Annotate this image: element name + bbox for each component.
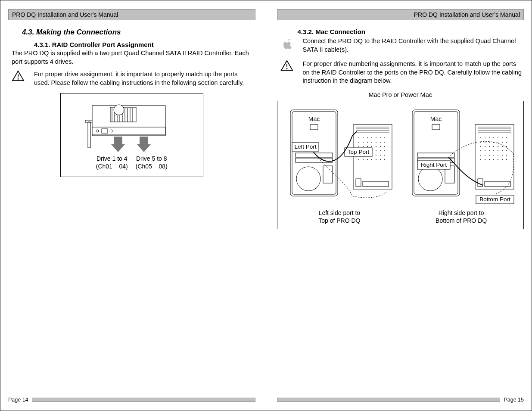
svg-point-126 <box>502 150 503 151</box>
svg-point-53 <box>380 142 381 143</box>
svg-point-42 <box>363 137 364 138</box>
warning-icon <box>280 60 296 73</box>
svg-point-131 <box>493 155 494 156</box>
svg-point-46 <box>380 137 381 138</box>
drive2-line1: Drive 5 to 8 <box>136 155 168 162</box>
svg-point-124 <box>493 150 494 151</box>
svg-point-47 <box>384 137 385 138</box>
svg-point-103 <box>493 137 494 138</box>
svg-point-118 <box>498 146 498 147</box>
svg-point-77 <box>363 159 364 160</box>
page-number-14: Page 14 <box>8 397 28 403</box>
svg-point-114 <box>480 146 481 147</box>
svg-text:Top Port: Top Port <box>348 149 370 155</box>
svg-point-112 <box>502 142 503 143</box>
svg-point-140 <box>502 159 503 160</box>
warning-text-right: For proper drive numbering assignments, … <box>303 60 523 85</box>
mac-diagram-title: Mac Pro or Power Mac <box>277 91 524 98</box>
page-15-content: 4.3.2. Mac Connection Connect the PRO DQ… <box>277 27 524 397</box>
svg-point-113 <box>506 142 507 143</box>
intro-text-left: The PRO DQ is supplied with a two port Q… <box>12 49 254 66</box>
caption-right-1: Right side port to <box>402 209 520 217</box>
raid-card-figure: Drive 1 to 4 (Ch01 – 04) Drive 5 to 8 (C… <box>60 93 203 177</box>
svg-point-128 <box>480 155 481 156</box>
svg-point-50 <box>367 142 368 143</box>
warning-note-right: For proper drive numbering assignments, … <box>280 60 523 85</box>
svg-point-79 <box>371 159 372 160</box>
raid-card-svg <box>84 101 179 153</box>
svg-point-48 <box>358 142 359 143</box>
svg-rect-95 <box>475 125 514 189</box>
svg-point-51 <box>371 142 372 143</box>
svg-point-16 <box>114 105 124 115</box>
svg-point-130 <box>489 155 490 156</box>
heading-4-3-2: 4.3.2. Mac Connection <box>298 28 524 35</box>
svg-point-78 <box>367 159 368 160</box>
svg-point-82 <box>384 159 385 160</box>
svg-point-68 <box>384 150 385 151</box>
caption-left-2: Top of PRO DQ <box>281 217 398 224</box>
svg-point-52 <box>376 142 376 143</box>
svg-point-80 <box>376 159 376 160</box>
svg-point-74 <box>380 155 381 156</box>
svg-text:Mac: Mac <box>308 115 320 122</box>
svg-point-81 <box>380 159 381 160</box>
svg-point-120 <box>506 146 507 147</box>
svg-point-66 <box>376 150 376 151</box>
drive-labels: Drive 1 to 4 (Ch01 – 04) Drive 5 to 8 (C… <box>65 155 199 170</box>
svg-rect-17 <box>92 127 165 135</box>
page-14-content: 4.3. Making the Connections 4.3.1. RAID … <box>8 27 255 397</box>
svg-point-54 <box>384 142 385 143</box>
svg-point-45 <box>376 137 376 138</box>
svg-point-141 <box>506 159 507 160</box>
svg-point-127 <box>506 150 507 151</box>
svg-point-73 <box>376 155 376 156</box>
caption-right-2: Bottom of PRO DQ <box>402 217 520 224</box>
header-bar-right: PRO DQ Installation and User's Manual <box>277 9 524 20</box>
svg-point-60 <box>380 146 381 147</box>
svg-point-2 <box>18 78 19 80</box>
svg-point-119 <box>502 146 503 147</box>
warning-note-left: For proper drive assignment, it is impor… <box>12 70 254 87</box>
svg-point-122 <box>485 150 485 151</box>
drive2-line2: (Ch05 – 08) <box>136 162 168 170</box>
svg-point-115 <box>485 146 485 147</box>
warning-icon <box>12 70 27 83</box>
svg-point-67 <box>380 150 381 151</box>
svg-point-132 <box>498 155 498 156</box>
mac-intro-text: Connect the PRO DQ to the RAID Controlle… <box>303 37 523 54</box>
svg-point-116 <box>489 146 490 147</box>
svg-point-138 <box>493 159 494 160</box>
svg-point-102 <box>489 137 490 138</box>
apple-icon <box>280 37 296 51</box>
svg-point-100 <box>480 137 481 138</box>
caption-right: Right side port to Bottom of PRO DQ <box>402 209 520 224</box>
svg-point-75 <box>384 155 385 156</box>
svg-point-57 <box>367 146 368 147</box>
drive-label-1: Drive 1 to 4 (Ch01 – 04) <box>96 155 128 170</box>
caption-left: Left side port to Top of PRO DQ <box>281 209 398 224</box>
svg-rect-36 <box>353 125 392 189</box>
svg-point-49 <box>363 142 364 143</box>
svg-point-108 <box>485 142 485 143</box>
svg-point-59 <box>376 146 376 147</box>
svg-point-104 <box>498 137 498 138</box>
mac-diagram: Mac Left Port <box>277 101 524 229</box>
svg-point-117 <box>493 146 494 147</box>
svg-point-123 <box>489 150 490 151</box>
svg-point-129 <box>485 155 485 156</box>
header-bar-left: PRO DQ Installation and User's Manual <box>8 9 255 20</box>
svg-point-55 <box>358 146 359 147</box>
svg-point-125 <box>498 150 498 151</box>
svg-marker-21 <box>111 137 125 152</box>
svg-point-136 <box>485 159 485 160</box>
svg-point-44 <box>371 137 372 138</box>
mac-diagram-left: Mac Left Port <box>281 106 398 224</box>
svg-point-139 <box>498 159 498 160</box>
drive-label-2: Drive 5 to 8 (Ch05 – 08) <box>136 155 168 170</box>
svg-point-109 <box>489 142 490 143</box>
svg-rect-3 <box>88 122 90 148</box>
svg-point-133 <box>502 155 503 156</box>
svg-point-101 <box>485 137 485 138</box>
footer-right: Page 15 <box>277 397 524 403</box>
